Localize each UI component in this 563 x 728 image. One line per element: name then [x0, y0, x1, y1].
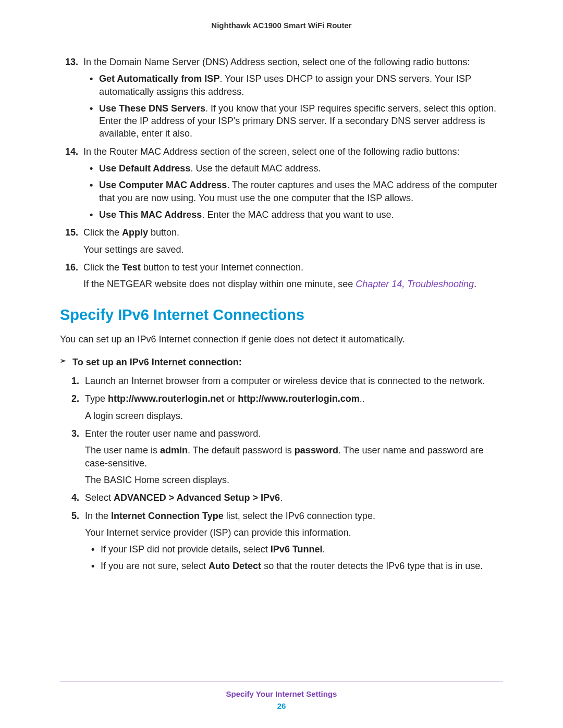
step-para: A login screen displays. — [85, 410, 503, 422]
numbered-list-steps: 1. Launch an Internet browser from a com… — [60, 375, 503, 573]
t: password — [295, 445, 338, 455]
item-number: 14. — [65, 145, 78, 158]
t: . The default password is — [188, 445, 295, 455]
step-text: In the Internet Connection Type list, se… — [85, 511, 375, 521]
t: Internet Connection Type — [111, 511, 224, 521]
procedure-title: To set up an IPv6 Internet connection: — [60, 356, 503, 368]
item-text: In the Router MAC Address section of the… — [83, 146, 459, 157]
item-text: Click the Test button to test your Inter… — [83, 262, 303, 273]
list-item-15: 15. Click the Apply button. Your setting… — [60, 226, 503, 256]
numbered-list-top: 13. In the Domain Name Server (DNS) Addr… — [60, 56, 503, 290]
section-intro: You can set up an IPv6 Internet connecti… — [60, 333, 503, 346]
t: http://www.routerlogin.com — [238, 393, 359, 404]
t: Click the — [83, 262, 122, 273]
bullet-item: If your ISP did not provide details, sel… — [85, 543, 503, 556]
bullet-item: Get Automatically from ISP. Your ISP use… — [83, 72, 503, 98]
step-text: Launch an Internet browser from a comput… — [85, 376, 485, 386]
list-item-14: 14. In the Router MAC Address section of… — [60, 145, 503, 221]
step-text: Enter the router user name and password. — [85, 428, 261, 439]
page: Nighthawk AC1900 Smart WiFi Router 13. I… — [0, 0, 563, 728]
t: If the NETGEAR website does not display … — [83, 279, 356, 289]
item-text: Click the Apply button. — [83, 227, 179, 238]
bullet-bold: Get Automatically from ISP — [99, 73, 219, 84]
t: ADVANCED > Advanced Setup > IPv6 — [114, 492, 280, 503]
t: In the — [85, 511, 111, 521]
step-5: 5. In the Internet Connection Type list,… — [60, 510, 503, 573]
footer-title: Specify Your Internet Settings — [0, 689, 563, 698]
footer-rule — [60, 682, 503, 682]
bullet-bold: Use Default Address — [99, 163, 190, 174]
bullet-list: Use Default Address. Use the default MAC… — [83, 162, 503, 221]
step-2: 2. Type http://www.routerlogin.net or ht… — [60, 392, 503, 422]
step-number: 4. — [71, 491, 79, 504]
t: or — [224, 393, 238, 404]
t: . — [474, 279, 476, 289]
bullet-item: Use Default Address. Use the default MAC… — [83, 162, 503, 175]
list-item-16: 16. Click the Test button to test your I… — [60, 261, 503, 291]
t: Apply — [122, 227, 148, 238]
cross-ref-link[interactable]: Chapter 14, Troubleshooting — [356, 279, 474, 289]
t: If you are not sure, select — [101, 561, 209, 571]
step-number: 1. — [71, 375, 79, 387]
bullet-list: Get Automatically from ISP. Your ISP use… — [83, 72, 503, 140]
t: The user name is — [85, 445, 160, 455]
t: button. — [148, 227, 179, 238]
step-3: 3. Enter the router user name and passwo… — [60, 427, 503, 486]
step-number: 2. — [71, 392, 79, 405]
list-item-13: 13. In the Domain Name Server (DNS) Addr… — [60, 56, 503, 140]
step-4: 4. Select ADVANCED > Advanced Setup > IP… — [60, 491, 503, 504]
bullet-rest: . Use the default MAC address. — [190, 163, 321, 174]
item-text: In the Domain Name Server (DNS) Address … — [83, 57, 470, 67]
page-number: 26 — [0, 701, 563, 710]
t: list, select the IPv6 connection type. — [224, 511, 375, 521]
step-text: Type http://www.routerlogin.net or http:… — [85, 393, 365, 404]
bullet-rest: . Enter the MAC address that you want to… — [202, 209, 394, 220]
bullet-bold: Use These DNS Servers — [99, 103, 205, 114]
page-footer: Specify Your Internet Settings 26 — [0, 682, 563, 710]
item-number: 13. — [65, 56, 78, 68]
t: so that the router detects the IPv6 type… — [261, 561, 483, 571]
t: . — [323, 544, 325, 554]
item-number: 16. — [65, 261, 78, 274]
section-heading: Specify IPv6 Internet Connections — [60, 305, 503, 325]
bullet-list: If your ISP did not provide details, sel… — [85, 543, 503, 573]
t: . — [280, 492, 283, 503]
step-number: 5. — [71, 510, 79, 522]
bullet-bold: Use Computer MAC Address — [99, 180, 227, 190]
page-header: Nighthawk AC1900 Smart WiFi Router — [60, 21, 503, 30]
t: IPv6 Tunnel — [271, 544, 323, 554]
t: Type — [85, 393, 108, 404]
step-number: 3. — [71, 427, 79, 440]
t: .. — [360, 393, 365, 404]
bullet-item: Use These DNS Servers. If you know that … — [83, 102, 503, 140]
t: admin — [160, 445, 188, 455]
bullet-item: If you are not sure, select Auto Detect … — [85, 560, 503, 572]
page-content: 13. In the Domain Name Server (DNS) Addr… — [60, 56, 503, 573]
t: http://www.routerlogin.net — [108, 393, 224, 404]
t: If your ISP did not provide details, sel… — [101, 544, 271, 554]
item-number: 15. — [65, 226, 78, 239]
item-para: If the NETGEAR website does not display … — [83, 278, 503, 290]
step-para: Your Internet service provider (ISP) can… — [85, 526, 503, 539]
step-1: 1. Launch an Internet browser from a com… — [60, 375, 503, 387]
t: button to test your Internet connection. — [141, 262, 303, 273]
t: Auto Detect — [209, 561, 261, 571]
t: Select — [85, 492, 114, 503]
item-para: Your settings are saved. — [83, 243, 503, 256]
bullet-item: Use This MAC Address. Enter the MAC addr… — [83, 208, 503, 221]
step-para: The user name is admin. The default pass… — [85, 444, 503, 470]
bullet-bold: Use This MAC Address — [99, 209, 202, 220]
step-para: The BASIC Home screen displays. — [85, 474, 503, 486]
bullet-item: Use Computer MAC Address. The router cap… — [83, 179, 503, 204]
t: Test — [122, 262, 141, 273]
step-text: Select ADVANCED > Advanced Setup > IPv6. — [85, 492, 283, 503]
t: Click the — [83, 227, 122, 238]
